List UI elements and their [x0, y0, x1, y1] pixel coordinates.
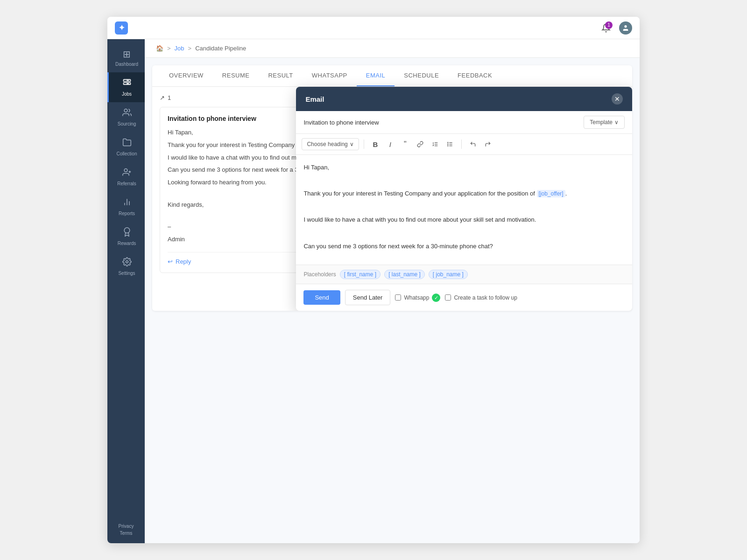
task-checkbox-label[interactable]: Create a task to follow up	[445, 294, 517, 301]
main-content: 🏠 > Job > Candidate Pipeline OVERVIEW RE…	[145, 39, 640, 543]
sidebar-item-reports[interactable]: Reports	[107, 192, 145, 222]
email-count: 1	[168, 94, 171, 101]
arrow-icon: ↗	[160, 94, 165, 101]
logo-icon: ✦	[115, 21, 128, 35]
unordered-list-button[interactable]	[444, 138, 457, 151]
sidebar-label-jobs: Jobs	[122, 91, 132, 97]
reply-icon: ↩	[168, 258, 173, 265]
breadcrumb-sep-1: >	[167, 45, 171, 52]
tab-overview[interactable]: OVERVIEW	[160, 65, 213, 86]
tab-schedule[interactable]: SCHEDULE	[395, 65, 448, 86]
modal-close-button[interactable]: ✕	[612, 93, 623, 105]
whatsapp-icon: ✓	[432, 294, 440, 302]
tab-email[interactable]: EMAIL	[357, 65, 395, 86]
modal-header: Email ✕	[296, 87, 632, 111]
sidebar-label-referrals: Referrals	[117, 181, 136, 186]
template-chevron-icon: ∨	[614, 119, 619, 126]
bold-button[interactable]: B	[369, 138, 382, 151]
sidebar-label-rewards: Rewards	[118, 241, 136, 246]
whatsapp-checkbox[interactable]	[395, 294, 401, 301]
breadcrumb-job[interactable]: Job	[175, 45, 184, 52]
sidebar: ⊞ Dashboard Jobs	[107, 39, 145, 543]
sidebar-label-collection: Collection	[117, 151, 137, 156]
dashboard-icon: ⊞	[123, 49, 131, 60]
placeholder-last-name[interactable]: [ last_name ]	[384, 270, 425, 279]
sidebar-item-referrals[interactable]: Referrals	[107, 162, 145, 192]
editor-line-blank2	[303, 202, 625, 212]
send-button[interactable]: Send	[303, 290, 340, 305]
sidebar-item-dashboard[interactable]: ⊞ Dashboard	[107, 43, 145, 72]
tab-resume[interactable]: RESUME	[213, 65, 259, 86]
settings-icon	[122, 257, 132, 269]
user-avatar-button[interactable]	[619, 21, 632, 35]
reports-icon	[122, 197, 132, 209]
collection-icon	[122, 138, 132, 149]
placeholder-first-name[interactable]: [ first_name ]	[340, 270, 381, 279]
sidebar-bottom: Privacy Terms	[107, 520, 145, 539]
job-offer-placeholder: [job_offer]	[537, 190, 565, 197]
tab-result[interactable]: RESULT	[259, 65, 302, 86]
editor-line-options: Can you send me 3 options for next week …	[303, 241, 625, 252]
top-bar: ✦ 1	[107, 17, 640, 39]
heading-select-label: Choose heading	[307, 141, 347, 147]
template-button[interactable]: Template ∨	[584, 116, 625, 129]
redo-button[interactable]	[481, 138, 494, 151]
browser-window: ✦ 1 ⊞ Dashboard	[107, 17, 640, 543]
heading-chevron-icon: ∨	[350, 141, 354, 147]
link-button[interactable]	[414, 138, 427, 151]
breadcrumb-current-page: Candidate Pipeline	[195, 45, 246, 52]
home-icon[interactable]: 🏠	[156, 45, 163, 52]
blockquote-button[interactable]: "	[399, 138, 412, 151]
template-label: Template	[590, 119, 613, 126]
toolbar-separator-2	[461, 140, 462, 149]
top-bar-right: 1	[599, 21, 632, 35]
subject-input[interactable]	[303, 119, 580, 126]
terms-link[interactable]: Terms	[120, 531, 132, 536]
svg-point-13	[124, 228, 130, 233]
placeholders-row: Placeholders [ first_name ] [ last_name …	[296, 265, 632, 284]
sidebar-label-dashboard: Dashboard	[115, 62, 138, 67]
editor-line-thanks: Thank you for your interest in Testing C…	[303, 189, 625, 199]
sidebar-item-rewards[interactable]: Rewards	[107, 222, 145, 252]
svg-point-23	[448, 146, 448, 146]
tab-feedback[interactable]: FEEDBACK	[448, 65, 501, 86]
editor-toolbar: Choose heading ∨ B I "	[296, 134, 632, 155]
ordered-list-button[interactable]	[429, 138, 442, 151]
modal-title: Email	[305, 95, 324, 103]
content-area: OVERVIEW RESUME RESULT WHATSAPP EMAIL SC…	[145, 58, 640, 543]
breadcrumb: 🏠 > Job > Candidate Pipeline	[145, 39, 640, 58]
tab-whatsapp[interactable]: WHATSAPP	[303, 65, 357, 86]
undo-button[interactable]	[466, 138, 479, 151]
whatsapp-checkbox-label[interactable]: Whatsapp ✓	[395, 294, 440, 302]
email-compose-modal: Email ✕ Template ∨	[296, 87, 632, 311]
subject-row: Template ∨	[296, 111, 632, 134]
notification-button[interactable]: 1	[599, 21, 613, 35]
jobs-icon	[122, 78, 132, 90]
sidebar-label-settings: Settings	[118, 271, 135, 276]
logo: ✦	[115, 21, 128, 35]
editor-line-blank3	[303, 228, 625, 238]
editor-line-blank4	[303, 254, 625, 265]
italic-button[interactable]: I	[384, 138, 397, 151]
toolbar-separator-1	[364, 140, 364, 149]
rewards-icon	[122, 227, 132, 239]
svg-point-14	[126, 261, 128, 263]
sidebar-label-sourcing: Sourcing	[118, 121, 136, 126]
heading-select[interactable]: Choose heading ∨	[302, 138, 359, 150]
editor-line-chat: I would like to have a chat with you to …	[303, 215, 625, 225]
svg-point-21	[448, 142, 448, 143]
candidate-section: OVERVIEW RESUME RESULT WHATSAPP EMAIL SC…	[152, 65, 632, 311]
email-modal-overlay: Email ✕ Template ∨	[296, 87, 632, 311]
email-editor-body[interactable]: Hi Tapan, Thank you for your interest in…	[296, 155, 632, 265]
sidebar-footer: Privacy Terms	[107, 520, 145, 539]
placeholder-job-name[interactable]: [ job_name ]	[429, 270, 468, 279]
sidebar-item-settings[interactable]: Settings	[107, 252, 145, 281]
sidebar-label-reports: Reports	[119, 211, 135, 216]
task-checkbox[interactable]	[445, 294, 451, 301]
sidebar-item-collection[interactable]: Collection	[107, 132, 145, 162]
privacy-link[interactable]: Privacy	[119, 524, 134, 529]
sidebar-item-jobs[interactable]: Jobs	[107, 72, 145, 102]
sidebar-item-sourcing[interactable]: Sourcing	[107, 102, 145, 132]
send-later-button[interactable]: Send Later	[345, 290, 391, 305]
app-layout: ⊞ Dashboard Jobs	[107, 39, 640, 543]
